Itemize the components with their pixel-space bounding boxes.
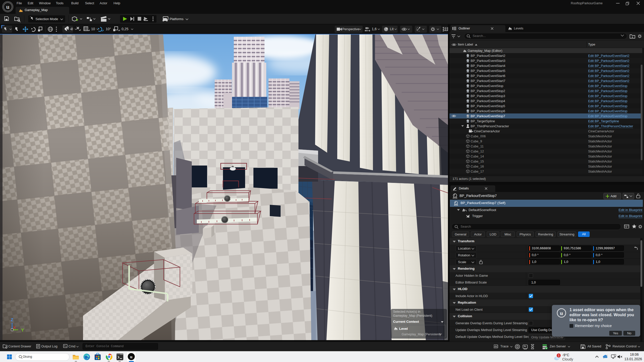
svg-text:Current Context: Current Context (393, 320, 419, 324)
svg-text:1: 1 (558, 354, 559, 357)
svg-text:Z: Z (11, 317, 13, 322)
svg-text:Level: Level (399, 327, 408, 331)
svg-text:u: u (560, 310, 563, 316)
svg-text:u: u (130, 354, 132, 359)
svg-text:Y: Y (21, 328, 24, 333)
svg-text:Gameplay_Map (Persistent): Gameplay_Map (Persistent) (402, 333, 441, 336)
svg-text:Gameplay_Map (Persistent): Gameplay_Map (Persistent) (393, 314, 432, 317)
svg-text:X: X (13, 325, 16, 330)
svg-text:Selected Actor(s) in: Selected Actor(s) in (393, 310, 420, 313)
svg-text:u: u (6, 4, 9, 10)
